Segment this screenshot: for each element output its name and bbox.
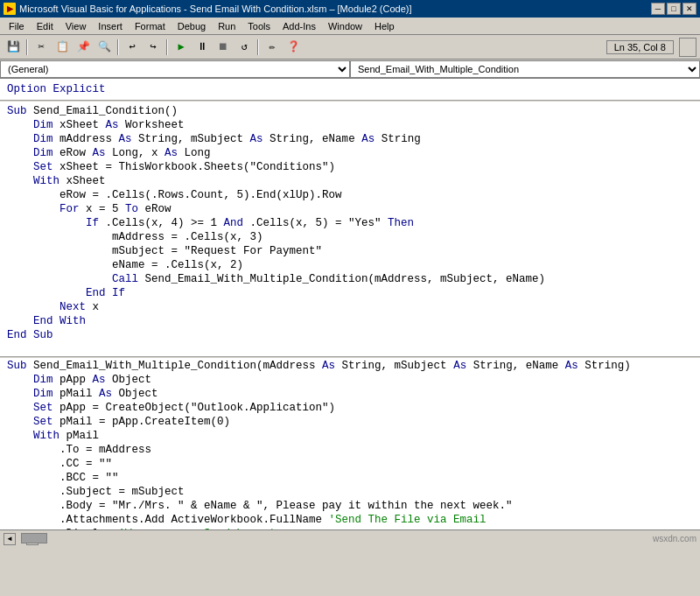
menu-debug[interactable]: Debug — [172, 20, 211, 32]
code-line-22: Set pMail = pApp.CreateItem(0) — [7, 415, 693, 429]
menu-file[interactable]: File — [4, 20, 30, 32]
menu-bar: File Edit View Insert Format Debug Run T… — [0, 18, 700, 35]
menu-window[interactable]: Window — [323, 20, 368, 32]
title-bar-controls: ─ □ ✕ — [651, 3, 696, 15]
code-editor[interactable]: Option Explicit Sub Send_Email_Condition… — [0, 79, 700, 529]
code-line-9: If .Cells(x, 4) >= 1 And .Cells(x, 5) = … — [7, 216, 693, 230]
toolbar-sep-2 — [117, 39, 119, 55]
menu-addins[interactable]: Add-Ins — [277, 20, 321, 32]
code-line-26: .BCC = "" — [7, 471, 693, 485]
code-line-27: .Subject = mSubject — [7, 485, 693, 499]
toolbar: 💾 ✂ 📋 📌 🔍 ↩ ↪ ▶ ⏸ ⏹ ↺ ✏ ❓ Ln 35, Col 8 — [0, 35, 700, 60]
code-line-29: .Attachments.Add ActiveWorkbook.FullName… — [7, 513, 693, 527]
title-bar-left: ▶ Microsoft Visual Basic for Application… — [4, 3, 412, 15]
menu-help[interactable]: Help — [369, 20, 400, 32]
cursor-status: Ln 35, Col 8 — [606, 40, 674, 54]
scrollbar-thumb[interactable] — [21, 533, 47, 543]
save-button[interactable]: 💾 — [4, 38, 23, 57]
status-nav: ◄ ► — [4, 533, 38, 545]
toolbar-sep-4 — [257, 39, 259, 55]
status-bar: ◄ ► wsxdn.com — [0, 529, 700, 547]
close-button[interactable]: ✕ — [682, 3, 696, 15]
redo-button[interactable]: ↪ — [144, 38, 163, 57]
paste-button[interactable]: 📌 — [74, 38, 93, 57]
dropdown-bar: (General) Send_Email_With_Multiple_Condi… — [0, 60, 700, 79]
brand-label: wsxdn.com — [653, 534, 696, 543]
scroll-left-button[interactable]: ◄ — [4, 533, 16, 545]
code-line-12: eName = .Cells(x, 2) — [7, 258, 693, 272]
cut-button[interactable]: ✂ — [32, 38, 51, 57]
code-line-19: Dim pApp As Object — [7, 373, 693, 387]
code-line-10: mAddress = .Cells(x, 3) — [7, 230, 693, 244]
code-line-15: Next x — [7, 300, 693, 314]
code-line-17: End Sub — [7, 328, 693, 342]
code-line-23: With pMail — [7, 429, 693, 443]
code-line-24: .To = mAddress — [7, 443, 693, 457]
code-line-5: Set xSheet = ThisWorkbook.Sheets("Condit… — [7, 160, 693, 174]
menu-edit[interactable]: Edit — [32, 20, 59, 32]
code-line-21: Set pApp = CreateObject("Outlook.Applica… — [7, 401, 693, 415]
code-line-6: With xSheet — [7, 174, 693, 188]
code-line-14: End If — [7, 286, 693, 300]
scroll-bar-thumb[interactable] — [679, 38, 696, 57]
code-line-blank — [7, 342, 693, 356]
code-line-7: eRow = .Cells(.Rows.Count, 5).End(xlUp).… — [7, 188, 693, 202]
vba-icon: ▶ — [4, 3, 16, 15]
design-button[interactable]: ✏ — [262, 38, 282, 57]
toolbar-sep-1 — [26, 39, 28, 55]
menu-format[interactable]: Format — [130, 20, 171, 32]
code-line-30: .Display 'We can use .Send here too — [7, 527, 693, 529]
title-text: Microsoft Visual Basic for Applications … — [19, 4, 412, 14]
code-line-4: Dim eRow As Long, x As Long — [7, 146, 693, 160]
help-button[interactable]: ❓ — [284, 38, 303, 57]
stop-button[interactable]: ⏹ — [214, 38, 233, 57]
code-line-16: End With — [7, 314, 693, 328]
menu-run[interactable]: Run — [213, 20, 241, 32]
code-line-11: mSubject = "Request For Payment" — [7, 244, 693, 258]
minimize-button[interactable]: ─ — [651, 3, 665, 15]
procedure-dropdown[interactable]: Send_Email_With_Multiple_Condition — [350, 60, 700, 78]
toolbar-sep-3 — [166, 39, 168, 55]
reset-button[interactable]: ↺ — [234, 38, 254, 57]
code-line-1: Sub Send_Email_Condition() — [7, 104, 693, 118]
menu-tools[interactable]: Tools — [242, 20, 276, 32]
restore-button[interactable]: □ — [667, 3, 681, 15]
code-line-8: For x = 5 To eRow — [7, 202, 693, 216]
code-line-18: Sub Send_Email_With_Multiple_Condition(m… — [7, 359, 693, 373]
code-line-20: Dim pMail As Object — [7, 387, 693, 401]
find-button[interactable]: 🔍 — [94, 38, 114, 57]
code-line-3: Dim mAddress As String, mSubject As Stri… — [7, 132, 693, 146]
title-bar: ▶ Microsoft Visual Basic for Application… — [0, 0, 700, 18]
code-line-28: .Body = "Mr./Mrs. " & eName & ", Please … — [7, 499, 693, 513]
code-body[interactable]: Sub Send_Email_Condition() Dim xSheet As… — [0, 102, 700, 529]
general-dropdown[interactable]: (General) — [0, 60, 350, 78]
copy-button[interactable]: 📋 — [52, 38, 72, 57]
run-button[interactable]: ▶ — [172, 38, 191, 57]
pause-button[interactable]: ⏸ — [192, 38, 212, 57]
code-line-25: .CC = "" — [7, 457, 693, 471]
code-line-2: Dim xSheet As Worksheet — [7, 118, 693, 132]
menu-insert[interactable]: Insert — [93, 20, 128, 32]
menu-view[interactable]: View — [60, 20, 92, 32]
code-line-13: Call Send_Email_With_Multiple_Condition(… — [7, 272, 693, 286]
undo-button[interactable]: ↩ — [122, 38, 142, 57]
